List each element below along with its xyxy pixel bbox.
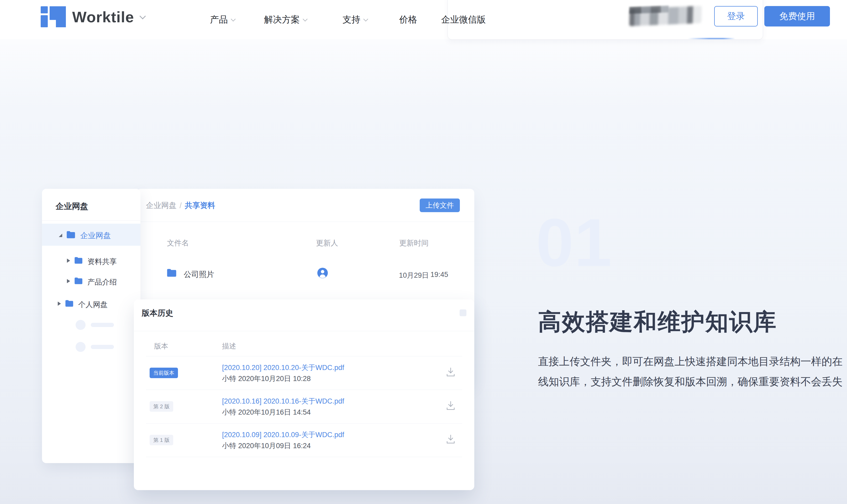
nav-label: 产品 xyxy=(210,14,228,26)
column-header-filename: 文件名 xyxy=(167,238,189,248)
tree-item-enterprise-drive[interactable]: 企业网盘 xyxy=(42,224,140,246)
version-row: 第 1 版 [2020.10.09] 2020.10.09-关于WDC.pdf … xyxy=(134,423,474,457)
folder-icon xyxy=(74,257,83,264)
version-row: 第 2 版 [2020.10.16] 2020.10.16-关于WDC.pdf … xyxy=(134,390,474,423)
version-file-link[interactable]: [2020.10.16] 2020.10.16-关于WDC.pdf xyxy=(222,396,344,406)
login-button-label: 登录 xyxy=(727,10,745,22)
version-history-modal: 版本历史 版本 描述 当前版本 [2020.10.20] 2020.10.20-… xyxy=(134,300,474,490)
site-header: Worktile 产品 解决方案 支持 价格 企业微信版 登录 免费使用 xyxy=(0,0,847,39)
nav-item-support[interactable]: 支持 xyxy=(343,0,367,39)
caret-collapsed-icon[interactable] xyxy=(67,258,70,263)
file-row-name[interactable]: 公司照片 xyxy=(184,269,214,280)
file-row-date: 10月29日 xyxy=(399,271,429,280)
skeleton-text-bar xyxy=(91,345,114,349)
download-icon[interactable] xyxy=(445,434,456,445)
column-header-updater: 更新人 xyxy=(316,238,338,248)
upload-button-label: 上传文件 xyxy=(426,201,454,210)
worktile-logo-icon xyxy=(41,6,66,27)
version-badge: 第 2 版 xyxy=(150,401,173,412)
chevron-down-icon xyxy=(139,13,146,19)
version-meta: 小特 2020年10月20日 10:28 xyxy=(222,374,311,383)
version-file-link[interactable]: [2020.10.09] 2020.10.09-关于WDC.pdf xyxy=(222,430,344,439)
caret-collapsed-icon[interactable] xyxy=(58,302,61,306)
nav-item-products[interactable]: 产品 xyxy=(210,0,235,39)
feature-description: 直接上传文件夹，即可在网盘上快速搭建同本地目录结构一样的在线知识库，支持文件删除… xyxy=(538,352,843,392)
version-meta: 小特 2020年10月09日 16:24 xyxy=(222,441,311,450)
nav-item-wechat-work[interactable]: 企业微信版 xyxy=(441,0,486,39)
nav-label: 支持 xyxy=(343,14,360,26)
tree-item-label: 产品介绍 xyxy=(87,277,117,287)
feature-index-watermark: 01 xyxy=(536,209,612,276)
caret-collapsed-icon[interactable] xyxy=(67,279,70,283)
version-meta: 小特 2020年10月16日 14:54 xyxy=(222,408,311,417)
skeleton-avatar xyxy=(75,320,86,330)
breadcrumb-root[interactable]: 企业网盘 xyxy=(146,200,176,211)
tree-item-product-intro[interactable]: 产品介绍 xyxy=(42,276,140,286)
folder-icon xyxy=(167,269,177,277)
download-icon[interactable] xyxy=(445,366,456,378)
version-badge-current: 当前版本 xyxy=(150,368,178,378)
worktile-logo[interactable]: Worktile xyxy=(41,6,145,28)
divider xyxy=(146,457,462,457)
nav-label: 企业微信版 xyxy=(441,14,486,26)
upload-file-button[interactable]: 上传文件 xyxy=(420,198,460,212)
divider xyxy=(134,331,474,331)
file-row-time: 19:45 xyxy=(430,271,448,279)
nav-item-solutions[interactable]: 解决方案 xyxy=(264,0,307,39)
breadcrumb-separator: / xyxy=(179,201,182,210)
tree-item-personal-drive[interactable]: 个人网盘 xyxy=(42,299,140,309)
breadcrumb-current: 共享资料 xyxy=(185,200,215,211)
page: Worktile 产品 解决方案 支持 价格 企业微信版 登录 免费使用 xyxy=(0,0,847,504)
skeleton-text-bar xyxy=(91,323,114,327)
modal-corner-button[interactable] xyxy=(460,309,466,316)
modal-title: 版本历史 xyxy=(142,308,173,319)
breadcrumb: 企业网盘 / 共享资料 xyxy=(146,200,215,211)
feature-title: 高效搭建和维护知识库 xyxy=(538,306,777,338)
signup-button-label: 免费使用 xyxy=(779,10,815,22)
drive-sidebar: 企业网盘 企业网盘 资料共享 产品介绍 xyxy=(42,189,140,463)
folder-icon xyxy=(66,231,75,239)
tree-item-label: 资料共享 xyxy=(87,257,117,267)
column-header-version: 版本 xyxy=(154,341,168,351)
tree-item-label: 个人网盘 xyxy=(78,300,108,310)
worktile-wordmark: Worktile xyxy=(72,8,134,26)
folder-icon xyxy=(74,277,83,285)
signup-free-button[interactable]: 免费使用 xyxy=(764,6,830,26)
folder-icon xyxy=(65,300,74,307)
chevron-down-icon xyxy=(302,17,307,21)
nav-item-pricing[interactable]: 价格 xyxy=(399,0,417,39)
chevron-down-icon xyxy=(231,17,236,21)
chevron-down-icon xyxy=(363,17,368,21)
version-badge: 第 1 版 xyxy=(150,435,173,445)
phone-number-blurred-digits xyxy=(629,5,669,14)
nav-label: 价格 xyxy=(399,14,417,26)
column-header-updated-time: 更新时间 xyxy=(399,238,429,248)
version-row: 当前版本 [2020.10.20] 2020.10.20-关于WDC.pdf 小… xyxy=(134,356,474,390)
divider xyxy=(137,221,474,222)
tree-item-shared-files[interactable]: 资料共享 xyxy=(42,255,140,266)
avatar xyxy=(317,268,328,278)
download-icon[interactable] xyxy=(445,400,456,411)
dropdown-glow-accent xyxy=(688,38,735,39)
version-file-link[interactable]: [2020.10.20] 2020.10.20-关于WDC.pdf xyxy=(222,363,344,372)
login-button[interactable]: 登录 xyxy=(714,6,758,26)
caret-expanded-icon[interactable] xyxy=(59,234,62,237)
column-header-description: 描述 xyxy=(222,341,236,351)
skeleton-avatar xyxy=(75,342,86,352)
nav-label: 解决方案 xyxy=(264,14,300,26)
sidebar-title: 企业网盘 xyxy=(56,201,88,212)
tree-item-label: 企业网盘 xyxy=(80,231,111,241)
